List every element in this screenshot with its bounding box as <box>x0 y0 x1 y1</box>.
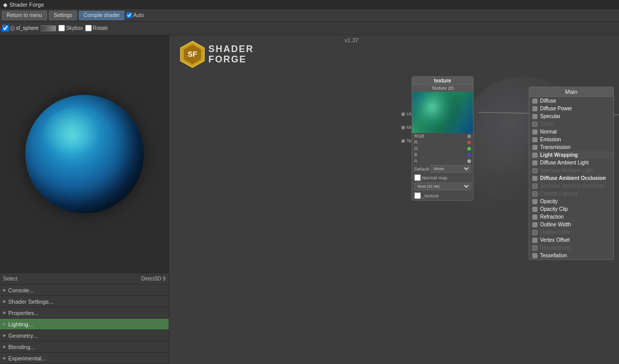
diffuse-ambient-light-connector <box>532 160 537 166</box>
format-select[interactable]: float (32 bit) <box>414 183 471 190</box>
auto-checkbox[interactable] <box>126 12 132 18</box>
b-output-row: B <box>412 152 473 158</box>
rotate-checkbox-label[interactable]: Rotate <box>85 25 108 31</box>
menu-arrow-geometry: ▶ <box>3 333 6 338</box>
sf-logo: SF SHADER FORGE <box>180 40 254 69</box>
main-panel-specular-ambient-occlusion[interactable]: Specular Ambient Occlusion <box>529 182 613 190</box>
texture-name-row: _texture <box>412 191 473 200</box>
select-label: Select <box>3 276 18 282</box>
settings-button[interactable]: Settings <box>49 11 77 20</box>
menu-item-console[interactable]: ▶ Console... <box>0 285 169 296</box>
main-panel-outline-width[interactable]: Outline Width <box>529 221 613 228</box>
rgb-output-row: RGB <box>412 133 473 139</box>
outline-color-connector <box>532 230 537 235</box>
displacement-connector <box>532 245 537 251</box>
color-strip[interactable] <box>41 25 56 31</box>
main-panel-tessellation[interactable]: Tessellation <box>529 252 613 259</box>
texture-node-subtitle: Texture 2D <box>412 85 473 92</box>
shader-forge-icon: ◆ <box>3 2 7 8</box>
diffuse-power-connector <box>532 106 537 111</box>
main-panel-refraction[interactable]: Refraction <box>529 213 613 221</box>
texture-name-label: _texture <box>422 193 439 198</box>
outline-width-connector <box>532 222 537 227</box>
menu-item-geometry[interactable]: ▶ Geometry... <box>0 330 169 341</box>
menu-arrow-properties: ▶ <box>3 310 6 315</box>
main-panel-vertex-offset[interactable]: Vertex Offset <box>529 236 613 244</box>
refraction-connector <box>532 214 537 220</box>
main-panel-custom-lighting[interactable]: Custom Lighting <box>529 190 613 197</box>
main-panel-diffuse-ambient-light[interactable]: Diffuse Ambient Light <box>529 159 613 167</box>
select-bar: Select Direct3D 9 <box>0 273 169 285</box>
main-panel-outline-color[interactable]: Outline Color <box>529 228 613 236</box>
menu-arrow-experimental: ▶ <box>3 356 6 360</box>
b-output-dot <box>467 153 471 157</box>
light-wrapping-connector <box>532 153 537 158</box>
default-select[interactable]: White <box>430 165 471 173</box>
normal-map-checkbox[interactable] <box>414 174 421 181</box>
g-output-row: G <box>412 145 473 152</box>
object-dot-icon <box>10 26 15 31</box>
rotate-checkbox[interactable] <box>85 25 92 31</box>
texture-node[interactable]: texture Texture 2D RGB R G <box>412 76 474 201</box>
main-panel-title: Main <box>529 87 613 97</box>
main-panel-diffuse-power[interactable]: Diffuse Power <box>529 105 613 112</box>
main-panel-opacity-clip[interactable]: Opacity Clip <box>529 205 613 213</box>
skybox-checkbox[interactable] <box>58 25 65 31</box>
menu-items: ▶ Console... ▶ Shader Settings... ▶ Prop… <box>0 285 169 364</box>
texture-preview <box>412 92 473 133</box>
main-panel: Main Diffuse Diffuse Power Specular Glos… <box>529 87 614 260</box>
menu-arrow-blending: ▶ <box>3 344 6 349</box>
menu-item-blending[interactable]: ▶ Blending... <box>0 341 169 353</box>
svg-text:SF: SF <box>188 50 197 58</box>
output-rows: RGB R G B A <box>412 133 473 164</box>
object-bar: sf_sphere Skybox Rotate <box>0 22 619 35</box>
normal-connector <box>532 129 537 135</box>
sf-text: SHADER FORGE <box>208 44 254 65</box>
opacity-connector <box>532 199 537 204</box>
menu-item-lighting[interactable]: ▶ Lighting... <box>0 319 169 330</box>
a-output-dot <box>467 159 471 163</box>
vertex-offset-connector <box>532 238 537 243</box>
rgb-output-dot <box>467 135 471 138</box>
normal-map-label: Normal map <box>422 175 447 180</box>
texture-name-checkbox[interactable] <box>414 192 421 199</box>
menu-item-properties[interactable]: ▶ Properties... <box>0 307 169 319</box>
main-panel-diffuse-ambient-occlusion[interactable]: Diffuse Ambient Occlusion <box>529 174 613 182</box>
tessellation-connector <box>532 253 537 258</box>
main-content: Select Direct3D 9 ▶ Console... ▶ Shader … <box>0 35 619 364</box>
main-panel-emission[interactable]: Emission <box>529 136 613 143</box>
canvas-area[interactable]: v1.37 SF SHADER FORGE UV <box>169 35 619 364</box>
uv-connector-dot <box>401 112 405 116</box>
diffuse-connector <box>532 98 537 104</box>
preview-sphere <box>25 95 144 213</box>
r-output-dot <box>467 141 471 144</box>
object-checkbox[interactable] <box>2 25 9 31</box>
main-panel-diffuse[interactable]: Diffuse <box>529 97 613 105</box>
menu-item-experimental[interactable]: ▶ Experimental... <box>0 353 169 364</box>
main-panel-light-wrapping[interactable]: Light Wrapping <box>529 151 613 159</box>
render-label: Direct3D 9 <box>141 276 166 282</box>
skybox-checkbox-label[interactable]: Skybox <box>58 25 83 31</box>
main-panel-opacity[interactable]: Opacity <box>529 197 613 205</box>
diffuse-ambient-occlusion-connector <box>532 176 537 181</box>
specular-ambient-occlusion-connector <box>532 184 537 189</box>
specular-connector <box>532 114 537 119</box>
return-to-menu-button[interactable]: Return to menu <box>2 11 47 20</box>
main-panel-normal[interactable]: Normal <box>529 128 613 136</box>
emission-connector <box>532 137 537 142</box>
compile-shader-button[interactable]: Compile shader <box>79 11 124 20</box>
g-output-dot <box>467 147 471 151</box>
main-panel-displacement[interactable]: Displacement <box>529 244 613 252</box>
object-checkbox-label[interactable]: sf_sphere <box>2 25 39 31</box>
preview-area <box>0 35 169 273</box>
main-panel-transmission[interactable]: Transmission <box>529 143 613 151</box>
auto-checkbox-label[interactable]: Auto <box>126 12 144 18</box>
menu-item-shader-settings[interactable]: ▶ Shader Settings... <box>0 296 169 307</box>
main-panel-specular-ambient-light[interactable]: Specular Ambient Light <box>529 167 613 174</box>
menu-arrow-console: ▶ <box>3 288 6 292</box>
main-panel-specular[interactable]: Specular <box>529 112 613 120</box>
version-label: v1.37 <box>345 37 359 43</box>
left-panel: Select Direct3D 9 ▶ Console... ▶ Shader … <box>0 35 169 364</box>
main-panel-gloss[interactable]: Gloss <box>529 120 613 128</box>
transmission-connector <box>532 145 537 150</box>
